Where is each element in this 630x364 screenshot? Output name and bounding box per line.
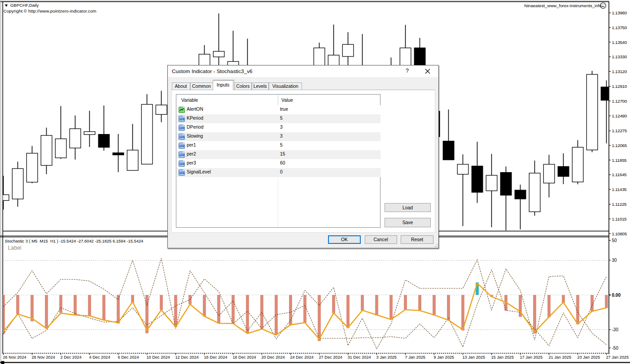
svg-text:10 Dec 2024: 10 Dec 2024 — [147, 355, 170, 360]
svg-text:Stochastic 3 ( M5 M15 H1 ) -: Stochastic 3 ( M5 M15 H1 ) -15.5424 -27.… — [5, 238, 144, 243]
svg-text:GBPCHF,Daily: GBPCHF,Daily — [10, 3, 39, 8]
svg-text:30: 30 — [612, 258, 617, 263]
svg-text:1.11225: 1.11225 — [612, 202, 627, 207]
svg-text:123: 123 — [179, 117, 184, 121]
svg-text:123: 123 — [179, 126, 184, 130]
svg-text:1.11645: 1.11645 — [612, 172, 627, 177]
svg-text:1.13120: 1.13120 — [612, 69, 627, 74]
svg-text:13 Jan 2025: 13 Jan 2025 — [463, 355, 486, 360]
svg-text:26 Nov 2024: 26 Nov 2024 — [3, 355, 26, 360]
svg-text:1.11015: 1.11015 — [612, 217, 627, 221]
svg-text:1.11435: 1.11435 — [612, 187, 627, 192]
svg-text:Copyright © http://www.pointze: Copyright © http://www.pointzero-indicat… — [4, 9, 96, 13]
svg-text:6 Dec 2024: 6 Dec 2024 — [118, 355, 139, 360]
svg-text:23 Jan 2025: 23 Jan 2025 — [578, 355, 600, 360]
svg-text:1.12700: 1.12700 — [612, 99, 627, 104]
svg-text:17 Jan 2025: 17 Jan 2025 — [520, 355, 543, 360]
svg-text:1.12275: 1.12275 — [612, 128, 627, 133]
svg-text:15 Jan 2025: 15 Jan 2025 — [491, 355, 514, 360]
svg-text:123: 123 — [179, 153, 184, 156]
svg-text:-30: -30 — [612, 327, 619, 332]
svg-text:31 Dec 2024: 31 Dec 2024 — [348, 355, 371, 360]
svg-text:1.13540: 1.13540 — [612, 40, 627, 45]
svg-text:27 Jan 2025: 27 Jan 2025 — [606, 355, 629, 360]
svg-text:1.11855: 1.11855 — [612, 158, 627, 163]
svg-text:1.13750: 1.13750 — [612, 25, 627, 30]
svg-text:Label: Label — [8, 245, 22, 251]
svg-text:-50: -50 — [612, 346, 619, 351]
svg-text:3 Jan 2025: 3 Jan 2025 — [376, 355, 397, 360]
svg-text:50: 50 — [612, 238, 617, 243]
svg-text:Ninaeatest_www_forex-instrumen: Ninaeatest_www_forex-instruments_info — [524, 3, 601, 8]
svg-text:1.12065: 1.12065 — [612, 143, 627, 148]
svg-text:123: 123 — [179, 144, 184, 147]
svg-text:4 Dec 2024: 4 Dec 2024 — [89, 355, 110, 360]
svg-text:20 Dec 2024: 20 Dec 2024 — [262, 355, 285, 360]
svg-text:0.00: 0.00 — [612, 293, 621, 298]
svg-text:1.13330: 1.13330 — [612, 54, 627, 59]
svg-text:2 Dec 2024: 2 Dec 2024 — [61, 355, 82, 360]
svg-text:7 Jan 2025: 7 Jan 2025 — [405, 355, 425, 360]
svg-text:27 Dec 2024: 27 Dec 2024 — [319, 355, 342, 360]
svg-text:28 Nov 2024: 28 Nov 2024 — [32, 355, 55, 360]
svg-text:1.12910: 1.12910 — [612, 84, 627, 89]
svg-text:9 Jan 2025: 9 Jan 2025 — [434, 355, 454, 360]
svg-text:21 Jan 2025: 21 Jan 2025 — [549, 355, 572, 360]
svg-text:123: 123 — [179, 171, 184, 174]
svg-text:1.12490: 1.12490 — [612, 113, 627, 118]
svg-text:24 Dec 2024: 24 Dec 2024 — [290, 355, 314, 360]
svg-text:123: 123 — [179, 162, 184, 165]
svg-text:123: 123 — [179, 135, 184, 139]
svg-text:1.10805: 1.10805 — [612, 231, 627, 236]
svg-text:18 Dec 2024: 18 Dec 2024 — [233, 355, 256, 360]
svg-text:16 Dec 2024: 16 Dec 2024 — [204, 355, 228, 360]
svg-text:12 Dec 2024: 12 Dec 2024 — [175, 355, 199, 360]
svg-text:1.13960: 1.13960 — [612, 10, 627, 15]
